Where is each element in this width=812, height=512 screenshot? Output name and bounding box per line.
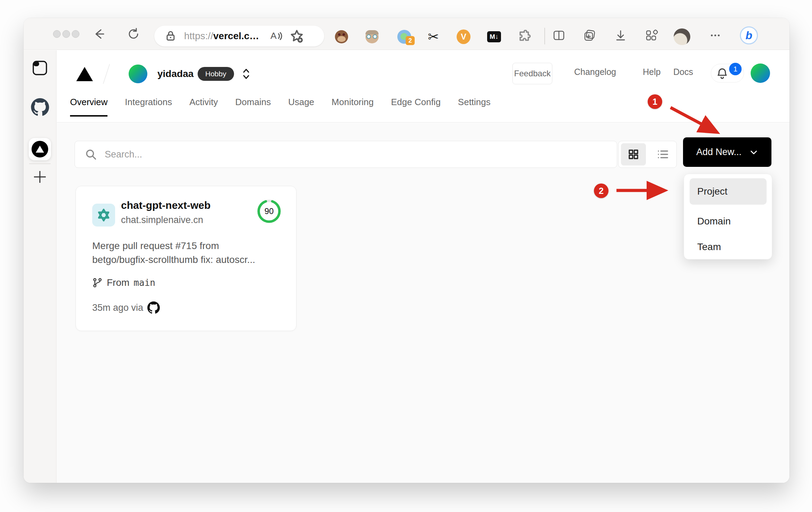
sidebar-panel-icon[interactable] (24, 60, 57, 76)
close-window-button[interactable] (53, 30, 61, 38)
profile-avatar[interactable] (674, 28, 690, 45)
add-to-collection-icon[interactable] (582, 28, 596, 42)
annotation-badge-1: 1 (648, 94, 662, 109)
url-host: vercel.c… (213, 31, 259, 41)
lock-icon (165, 30, 176, 42)
search-icon (85, 148, 97, 161)
team-switcher-icon[interactable] (240, 66, 252, 82)
branch-prefix: From (107, 277, 129, 288)
persona-extension-icon[interactable] (365, 30, 379, 44)
tab-settings[interactable]: Settings (458, 97, 491, 117)
chevron-down-icon (749, 148, 758, 157)
extensions-puzzle-icon[interactable] (517, 30, 531, 44)
vercel-logo[interactable] (76, 67, 93, 81)
url-scheme: https:// (184, 31, 213, 41)
monkey-extension-icon[interactable] (335, 30, 348, 44)
new-tab-plus-icon[interactable] (24, 169, 57, 185)
more-options-icon[interactable] (708, 28, 722, 42)
grid-view-button[interactable] (621, 143, 646, 165)
proxy-extension-icon[interactable]: 2 (397, 30, 411, 44)
browser-sidebar (24, 50, 57, 483)
proxy-extension-badge: 2 (406, 36, 415, 45)
bing-chat-icon[interactable]: b (740, 26, 758, 44)
dropdown-item-team[interactable]: Team (690, 236, 767, 258)
project-name[interactable]: chat-gpt-next-web (121, 199, 210, 211)
project-search[interactable] (75, 141, 617, 168)
commit-line-1: Merge pull request #715 from (92, 239, 281, 253)
svg-text:A: A (270, 31, 277, 41)
video-helper-extension-icon[interactable]: V (457, 30, 470, 44)
vercel-tab-active[interactable] (29, 138, 51, 160)
plan-badge: Hobby (198, 67, 234, 81)
breadcrumb-slash (103, 64, 110, 84)
changelog-link[interactable]: Changelog (574, 67, 616, 77)
collections-icon[interactable] (644, 28, 658, 42)
branch-name: main (133, 278, 155, 288)
git-branch-icon (92, 278, 103, 288)
add-new-label: Add New... (696, 147, 742, 157)
tab-edge-config[interactable]: Edge Config (391, 97, 441, 117)
nav-tabs: Overview Integrations Activity Domains U… (70, 97, 491, 117)
vercel-page: yidadaa Hobby Feedback Changelog Help Do… (57, 50, 789, 483)
notifications-button[interactable]: 1 (711, 64, 744, 83)
read-aloud-icon[interactable]: A (269, 29, 283, 43)
toolbar-divider (544, 28, 545, 44)
help-link[interactable]: Help (643, 67, 660, 77)
team-avatar[interactable] (129, 65, 147, 83)
dropdown-item-domain[interactable]: Domain (690, 210, 767, 232)
tab-monitoring[interactable]: Monitoring (331, 97, 373, 117)
account-avatar[interactable] (751, 63, 770, 83)
score-ring[interactable]: 90 (257, 199, 282, 224)
markdown-download-extension-icon[interactable]: M↓ (487, 30, 501, 44)
tab-domains[interactable]: Domains (235, 97, 271, 117)
downloads-icon[interactable] (614, 28, 628, 42)
list-view-button[interactable] (650, 143, 675, 165)
score-value: 90 (257, 199, 282, 224)
grid-view-icon (627, 148, 640, 161)
tab-activity[interactable]: Activity (189, 97, 218, 117)
dropdown-item-project[interactable]: Project (690, 178, 767, 205)
project-card[interactable]: chat-gpt-next-web chat.simplenaive.cn 90… (76, 186, 296, 331)
openai-logo-icon (96, 207, 112, 223)
notification-count-badge: 1 (729, 63, 742, 75)
list-view-icon (656, 148, 669, 161)
add-new-button[interactable]: Add New... (683, 137, 771, 167)
minimize-window-button[interactable] (62, 30, 70, 38)
team-name: yidadaa (157, 68, 193, 79)
favorite-star-icon[interactable] (290, 29, 304, 43)
deploy-time: 35m ago via (92, 302, 143, 313)
address-bar[interactable]: https://vercel.c… A (154, 26, 324, 46)
tab-integrations[interactable]: Integrations (125, 97, 172, 117)
branch-row: From main (92, 277, 155, 288)
sidebar-divider (29, 163, 51, 164)
tab-overview[interactable]: Overview (70, 97, 107, 117)
view-toggle (618, 141, 677, 168)
browser-toolbar: https://vercel.c… A (24, 18, 789, 50)
commit-line-2: betgo/bugfix-scrollthumb fix: autoscr... (92, 253, 281, 267)
split-screen-icon[interactable] (552, 28, 566, 42)
scissors-extension-icon[interactable]: ✂ (426, 30, 440, 44)
commit-message: Merge pull request #715 from betgo/bugfi… (92, 239, 281, 267)
search-input[interactable] (105, 149, 617, 160)
deployment-meta: 35m ago via (92, 301, 160, 314)
add-new-dropdown: Project Domain Team (684, 174, 772, 259)
vercel-tab-icon (32, 141, 48, 157)
vercel-header: yidadaa Hobby Feedback Changelog Help Do… (57, 50, 789, 122)
zoom-window-button[interactable] (72, 30, 79, 38)
desktop-background: https://vercel.c… A (0, 0, 812, 512)
github-sidebar-icon[interactable] (24, 98, 57, 116)
tab-usage[interactable]: Usage (288, 97, 314, 117)
url-text: https://vercel.c… (184, 31, 259, 42)
refresh-icon[interactable] (127, 27, 140, 41)
back-icon[interactable] (92, 27, 106, 41)
bell-icon (715, 67, 729, 80)
docs-link[interactable]: Docs (673, 67, 693, 77)
browser-window: https://vercel.c… A (24, 18, 789, 483)
project-domain[interactable]: chat.simplenaive.cn (121, 215, 203, 225)
github-icon (147, 301, 160, 314)
project-favicon (92, 204, 115, 227)
annotation-badge-2: 2 (594, 184, 608, 198)
feedback-button[interactable]: Feedback (512, 63, 552, 84)
